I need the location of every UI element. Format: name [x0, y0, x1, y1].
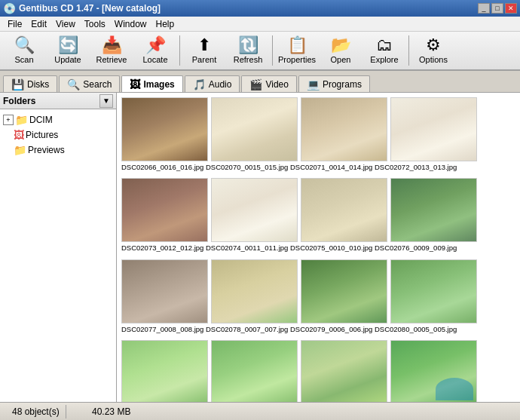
- image-cell-7: [301, 178, 387, 242]
- properties-button[interactable]: 📋 Properties: [276, 33, 318, 68]
- explore-label: Explore: [370, 55, 398, 64]
- tab-images[interactable]: 🖼 Images: [121, 75, 182, 92]
- tree-item-previews[interactable]: 📁 Previews: [11, 143, 116, 158]
- refresh-label: Refresh: [234, 55, 263, 64]
- image-cell-9: [121, 259, 208, 323]
- programs-icon: 💻: [307, 78, 320, 90]
- image-row-2: [121, 178, 515, 242]
- image-cell-3: [301, 97, 387, 161]
- image-content[interactable]: DSC02066_0016_016.jpg DSC02070_0015_015.…: [117, 93, 520, 402]
- image-cell-10: [211, 259, 298, 323]
- window-title: Gentibus CD 1.47 - [New catalog]: [19, 3, 161, 14]
- sidebar: Folders ▼ + 📁 DCIM 🖼 Pictures 📁 Previews: [0, 93, 117, 402]
- update-button[interactable]: 🔄 Update: [47, 33, 89, 68]
- menu-edit[interactable]: Edit: [26, 17, 51, 31]
- thumbnail-12[interactable]: [390, 259, 477, 323]
- thumbnail-9[interactable]: [121, 259, 208, 323]
- thumbnail-1[interactable]: [121, 97, 208, 161]
- statusbar: 48 object(s) 40.23 MB: [0, 402, 520, 420]
- maximize-button[interactable]: □: [491, 3, 503, 14]
- explore-button[interactable]: 🗂 Explore: [363, 33, 405, 68]
- folder-previews-icon: 📁: [14, 144, 26, 156]
- thumbnail-3[interactable]: [301, 97, 387, 161]
- retrieve-button[interactable]: 📥 Retrieve: [90, 33, 133, 68]
- image-row-3: [121, 259, 515, 323]
- locate-button[interactable]: 📌 Locate: [134, 33, 176, 68]
- menubar: File Edit View Tools Window Help: [0, 17, 520, 32]
- options-icon: ⚙: [426, 37, 441, 54]
- thumbnail-11[interactable]: [301, 259, 387, 323]
- thumbnail-5[interactable]: [121, 178, 208, 242]
- thumbnail-2[interactable]: [211, 97, 298, 161]
- options-button[interactable]: ⚙ Options: [412, 33, 454, 68]
- titlebar: 💿 Gentibus CD 1.47 - [New catalog] _ □ ✕: [0, 0, 520, 17]
- status-objects: 48 object(s): [6, 405, 66, 418]
- filenames-row-2: DSC02073_0012_012.jpg DSC02074_0011_011.…: [121, 244, 515, 253]
- filenames-row-1: DSC02066_0016_016.jpg DSC02070_0015_015.…: [121, 163, 515, 172]
- properties-icon: 📋: [287, 37, 307, 54]
- image-cell-16: [390, 340, 477, 402]
- tree-item-dcim[interactable]: + 📁 DCIM: [0, 112, 116, 127]
- image-cell-13: [121, 340, 208, 402]
- tree-item-pictures[interactable]: 🖼 Pictures: [11, 127, 116, 143]
- image-cell-1: [121, 97, 208, 161]
- tab-disks[interactable]: 💾 Disks: [3, 75, 57, 92]
- tab-video-label: Video: [265, 79, 288, 90]
- options-label: Options: [419, 55, 448, 64]
- thumbnail-16[interactable]: [390, 340, 477, 402]
- menu-view[interactable]: View: [51, 17, 80, 31]
- folder-dcim-icon: 📁: [15, 114, 28, 126]
- tab-video[interactable]: 🎬 Video: [241, 75, 296, 92]
- menu-window[interactable]: Window: [110, 17, 151, 31]
- folder-dcim-label: DCIM: [29, 115, 53, 125]
- refresh-button[interactable]: 🔃 Refresh: [227, 33, 269, 68]
- separator-2: [272, 35, 273, 66]
- thumbnail-13[interactable]: [121, 340, 208, 402]
- scan-button[interactable]: 🔍 Scan: [3, 33, 45, 68]
- sidebar-dropdown-button[interactable]: ▼: [99, 94, 113, 108]
- folder-pictures-icon: 🖼: [14, 129, 24, 141]
- update-label: Update: [54, 55, 81, 64]
- separator-1: [179, 35, 180, 66]
- menu-file[interactable]: File: [3, 17, 26, 31]
- thumbnail-10[interactable]: [211, 259, 298, 323]
- thumbnail-8[interactable]: [390, 178, 477, 242]
- thumbnail-7[interactable]: [301, 178, 387, 242]
- folder-previews-label: Previews: [28, 145, 65, 155]
- tab-search[interactable]: 🔍 Search: [59, 75, 120, 92]
- thumbnail-6[interactable]: [211, 178, 298, 242]
- tab-search-label: Search: [83, 79, 112, 90]
- search-icon: 🔍: [67, 78, 80, 90]
- folder-pictures-label: Pictures: [26, 130, 58, 140]
- thumbnail-14[interactable]: [211, 340, 298, 402]
- expand-dcim[interactable]: +: [3, 115, 14, 125]
- folders-label: Folders: [3, 96, 35, 106]
- retrieve-label: Retrieve: [96, 55, 127, 64]
- separator-3: [408, 35, 409, 66]
- image-cell-12: [390, 259, 477, 323]
- open-button[interactable]: 📂 Open: [320, 33, 362, 68]
- parent-button[interactable]: ⬆ Parent: [183, 33, 225, 68]
- scan-label: Scan: [14, 55, 33, 64]
- tab-audio[interactable]: 🎵 Audio: [185, 75, 240, 92]
- thumbnail-4[interactable]: [390, 97, 477, 161]
- tab-programs[interactable]: 💻 Programs: [298, 75, 370, 92]
- explore-icon: 🗂: [376, 37, 393, 54]
- thumbnail-15[interactable]: [301, 340, 387, 402]
- properties-label: Properties: [278, 55, 316, 64]
- menu-help[interactable]: Help: [151, 17, 179, 31]
- menu-tools[interactable]: Tools: [80, 17, 110, 31]
- open-icon: 📂: [331, 37, 351, 54]
- sidebar-tree: + 📁 DCIM 🖼 Pictures 📁 Previews: [0, 109, 116, 402]
- status-size: 40.23 MB: [66, 405, 157, 418]
- filenames-row-3: DSC02077_0008_008.jpg DSC02078_0007_007.…: [121, 325, 515, 334]
- update-icon: 🔄: [58, 37, 78, 54]
- refresh-icon: 🔃: [238, 37, 258, 54]
- image-cell-5: [121, 178, 208, 242]
- image-row-4: [121, 340, 515, 402]
- open-label: Open: [331, 55, 351, 64]
- minimize-button[interactable]: _: [478, 3, 490, 14]
- images-icon: 🖼: [130, 78, 140, 90]
- close-button[interactable]: ✕: [505, 3, 517, 14]
- tab-images-label: Images: [143, 79, 174, 90]
